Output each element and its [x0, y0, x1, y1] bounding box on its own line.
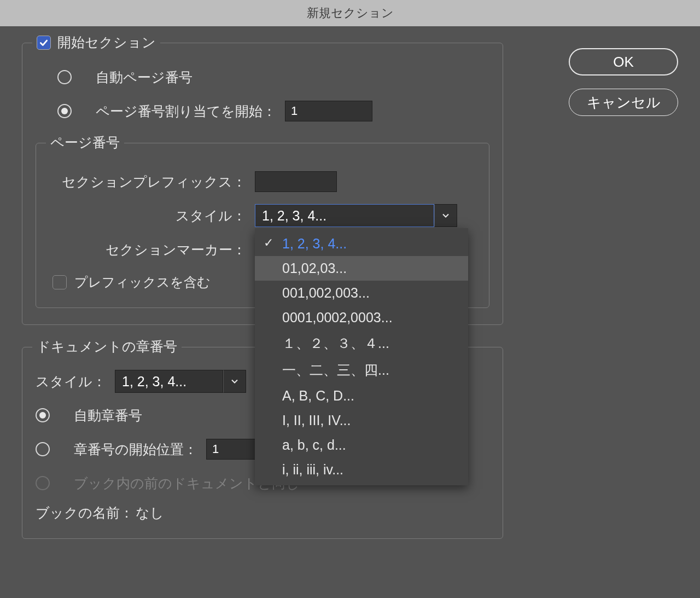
start-page-number-label: ページ番号割り当てを開始：: [96, 102, 276, 120]
check-icon: [39, 38, 49, 48]
same-as-prev-radio: [36, 476, 50, 490]
section-marker-label: セクションマーカー：: [49, 241, 246, 259]
page-style-option[interactable]: 1, 2, 3, 4...: [255, 231, 468, 256]
start-chapter-radio[interactable]: [36, 442, 50, 456]
ok-button[interactable]: OK: [569, 48, 678, 76]
include-prefix-checkbox[interactable]: [52, 275, 67, 289]
chapter-style-dropdown-value: 1, 2, 3, 4...: [115, 370, 223, 393]
page-style-option[interactable]: 001,002,003...: [255, 281, 468, 305]
page-style-option[interactable]: a, b, c, d...: [255, 433, 468, 457]
page-number-legend: ページ番号: [46, 133, 124, 152]
book-name-label: ブックの名前：: [36, 504, 133, 522]
dialog-title: 新規セクション: [307, 5, 394, 21]
chapter-style-label: スタイル：: [36, 373, 106, 391]
page-style-label: スタイル：: [49, 207, 246, 225]
start-section-fieldset: 開始セクション 自動ページ番号 ページ番号割り当てを開始： 1 ページ番号 セク…: [22, 43, 503, 325]
dialog-buttons: OK キャンセル: [569, 48, 678, 116]
chapter-style-dropdown-arrow[interactable]: [223, 370, 246, 393]
start-section-legend[interactable]: 開始セクション: [32, 33, 160, 51]
page-style-option[interactable]: 0001,0002,0003...: [255, 305, 468, 330]
page-style-option[interactable]: 一、二、三、四...: [255, 357, 468, 384]
page-style-option[interactable]: 01,02,03...: [255, 256, 468, 281]
page-style-dropdown[interactable]: 1, 2, 3, 4... 1, 2, 3, 4...01,02,03...00…: [255, 204, 457, 227]
page-style-dropdown-arrow[interactable]: [434, 204, 457, 227]
include-prefix-label: プレフィックスを含む: [74, 274, 211, 291]
start-section-checkbox[interactable]: [37, 36, 51, 50]
page-style-dropdown-value: 1, 2, 3, 4...: [255, 204, 434, 227]
chevron-down-icon: [230, 377, 239, 386]
chapter-style-dropdown[interactable]: 1, 2, 3, 4...: [115, 370, 246, 393]
section-prefix-label: セクションプレフィックス：: [49, 173, 246, 191]
page-style-option[interactable]: １、２、３、４...: [255, 330, 468, 357]
chevron-down-icon: [441, 211, 450, 220]
book-name-value: なし: [136, 504, 164, 522]
page-number-fieldset: ページ番号 セクションプレフィックス： スタイル： 1, 2, 3, 4...: [36, 143, 489, 308]
auto-chapter-radio[interactable]: [36, 408, 50, 422]
page-style-option[interactable]: A, B, C, D...: [255, 384, 468, 408]
start-section-label: 開始セクション: [57, 33, 156, 51]
page-style-option[interactable]: I, II, III, IV...: [255, 408, 468, 433]
start-page-number-input[interactable]: 1: [285, 101, 372, 121]
page-style-option[interactable]: i, ii, iii, iv...: [255, 457, 468, 482]
start-page-number-radio[interactable]: [57, 104, 72, 118]
chapter-number-legend: ドキュメントの章番号: [32, 338, 182, 356]
cancel-button[interactable]: キャンセル: [569, 89, 678, 116]
auto-chapter-label: 自動章番号: [74, 407, 142, 425]
auto-page-number-radio[interactable]: [57, 70, 72, 84]
section-prefix-input[interactable]: [255, 171, 337, 192]
dialog-titlebar: 新規セクション: [0, 0, 700, 26]
start-chapter-label: 章番号の開始位置：: [74, 440, 197, 458]
auto-page-number-label: 自動ページ番号: [96, 68, 192, 86]
page-style-dropdown-menu: 1, 2, 3, 4...01,02,03...001,002,003...00…: [255, 228, 468, 485]
